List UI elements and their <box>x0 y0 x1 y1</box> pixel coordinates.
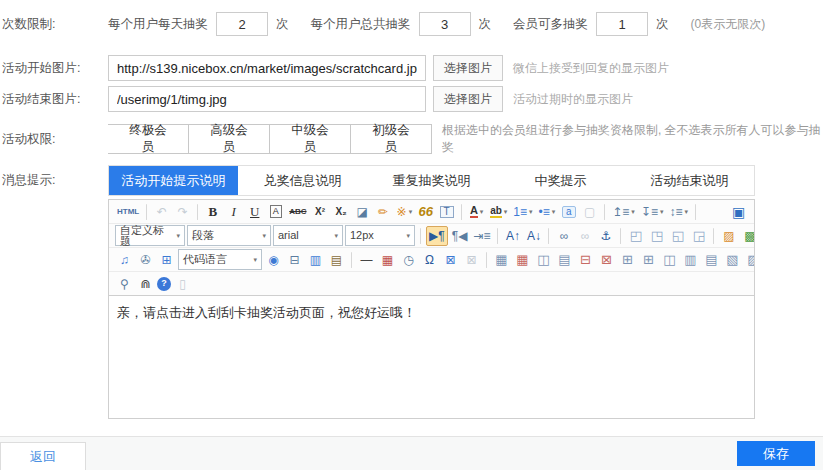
redo-icon[interactable]: ↷ <box>173 202 192 222</box>
member-option-senior[interactable]: 高级会员 <box>189 124 270 154</box>
image-align-center-icon[interactable]: ◱ <box>668 226 687 246</box>
insert-table-icon[interactable]: ▦ <box>492 250 511 270</box>
paragraph-format-select[interactable]: 段落 ▾ <box>187 225 271 246</box>
unordered-list-icon[interactable]: •≡ ▾ <box>537 202 558 222</box>
icon-glyph: ↧≡ <box>641 206 658 218</box>
ltr-direction-icon[interactable]: ▶¶ <box>426 226 448 246</box>
format-brush-icon[interactable]: ✏ <box>374 202 393 222</box>
pagebreak-icon[interactable]: ⊟ <box>285 250 304 270</box>
tab-redeem-info[interactable]: 兑奖信息说明 <box>238 166 367 195</box>
member-extra-draw-input[interactable] <box>596 12 648 36</box>
link-icon[interactable]: ∞ <box>554 226 573 246</box>
back-button[interactable]: 返回 <box>0 442 86 470</box>
preview-icon[interactable]: ⚲ <box>115 274 134 294</box>
editor-content[interactable]: 亲，请点击进入刮刮卡抽奖活动页面，祝您好运哦！ <box>109 296 754 418</box>
permission-label: 活动权限: <box>2 131 108 148</box>
insert-date-icon[interactable]: ▦ <box>378 250 397 270</box>
line-height-icon[interactable]: ↕≡ ▾ <box>667 202 690 222</box>
bold-icon[interactable]: B <box>203 202 222 222</box>
dropdown-caret-icon: ▾ <box>262 232 266 240</box>
underline-icon[interactable]: U <box>245 202 264 222</box>
paste-icon[interactable]: ▯ <box>173 274 192 294</box>
table-title-icon[interactable]: ▤ <box>555 250 574 270</box>
separator <box>197 204 198 220</box>
attachment-icon[interactable]: ✇ <box>136 250 155 270</box>
undo-icon[interactable]: ↶ <box>152 202 171 222</box>
horizontal-rule-icon[interactable]: — <box>357 250 376 270</box>
auto-typeset-icon[interactable]: ※ ▾ <box>395 202 415 222</box>
member-option-middle[interactable]: 中级会员 <box>270 124 351 154</box>
merge-down-icon[interactable]: ▤ <box>702 250 721 270</box>
insert-music-icon[interactable]: ♫ <box>115 250 134 270</box>
background-icon[interactable]: ▤ <box>327 250 346 270</box>
separator <box>420 228 421 244</box>
special-char-icon[interactable]: Ω <box>420 250 439 270</box>
split-col-icon[interactable]: ▨ <box>744 250 754 270</box>
split-row-icon[interactable]: ▧ <box>723 250 742 270</box>
tab-repeat-draw[interactable]: 重复抽奖说明 <box>367 166 496 195</box>
code-language-select[interactable]: 代码语言 ▾ <box>178 249 262 270</box>
image-align-none-icon[interactable]: ◲ <box>689 226 708 246</box>
font-size-down-icon[interactable]: A↓ <box>524 226 543 246</box>
font-size-select[interactable]: 12px ▾ <box>345 225 415 246</box>
table-caption-icon[interactable]: ◫ <box>534 250 553 270</box>
eraser-icon[interactable]: ◪ <box>353 202 372 222</box>
multi-image-upload-icon[interactable]: ▩ <box>740 226 754 246</box>
search-replace-icon[interactable]: ⋒ <box>136 274 155 294</box>
total-draw-limit-input[interactable] <box>419 12 471 36</box>
merge-cells-icon[interactable]: ◫ <box>660 250 679 270</box>
icon-glyph: ? <box>161 279 167 288</box>
tab-activity-start-tip[interactable]: 活动开始提示说明 <box>109 166 238 195</box>
clear-doc-icon[interactable]: ▢ <box>580 202 599 222</box>
member-option-ultimate[interactable]: 终极会员 <box>108 124 189 154</box>
html-source-icon[interactable]: HTML <box>115 202 141 222</box>
insert-col-icon[interactable]: ⊞ <box>639 250 658 270</box>
limit-item: 每个用户总共抽奖 次 <box>311 12 492 36</box>
image-align-left-icon[interactable]: ◰ <box>626 226 645 246</box>
choose-start-image-button[interactable]: 选择图片 <box>433 55 503 81</box>
char-border-icon[interactable]: A <box>266 202 285 222</box>
paragraph-spacing-top-icon[interactable]: ↥≡ ▾ <box>610 202 637 222</box>
delete-col-icon[interactable]: ⊠ <box>597 250 616 270</box>
paste-text-icon[interactable]: T <box>437 202 456 222</box>
ordered-list-icon[interactable]: 1≡ ▾ <box>511 202 534 222</box>
strikethrough-icon[interactable]: ABC <box>287 202 308 222</box>
anchor-icon[interactable]: ⚓ <box>596 226 615 246</box>
rtl-direction-icon[interactable]: ¶◀ <box>450 226 470 246</box>
tab-win-tip[interactable]: 中奖提示 <box>496 166 625 195</box>
custom-title-select[interactable]: 自定义标题 ▾ <box>115 225 185 246</box>
daily-draw-limit-input[interactable] <box>216 12 268 36</box>
insert-row-icon[interactable]: ⊞ <box>618 250 637 270</box>
delete-row-icon[interactable]: ⊟ <box>576 250 595 270</box>
merge-right-icon[interactable]: ▥ <box>681 250 700 270</box>
insert-image-icon[interactable]: ▨ <box>719 226 738 246</box>
start-image-url-input[interactable] <box>108 55 426 81</box>
choose-end-image-button[interactable]: 选择图片 <box>433 86 503 112</box>
paragraph-spacing-bottom-icon[interactable]: ↧≡ ▾ <box>639 202 666 222</box>
insert-time-icon[interactable]: ◷ <box>399 250 418 270</box>
tab-activity-end[interactable]: 活动结束说明 <box>625 166 754 195</box>
help-icon[interactable]: ? <box>157 277 171 291</box>
indent-icon[interactable]: ⇥≡ <box>471 226 492 246</box>
subscript-icon[interactable]: X₂ <box>332 202 351 222</box>
template-icon[interactable]: ▥ <box>306 250 325 270</box>
font-size-up-icon[interactable]: A↑ <box>503 226 522 246</box>
end-image-url-input[interactable] <box>108 86 426 112</box>
map-icon[interactable]: ⊠ <box>441 250 460 270</box>
highlight-color-icon[interactable]: ab ▾ <box>488 202 509 222</box>
font-color-icon[interactable]: A ▾ <box>467 202 486 222</box>
italic-icon[interactable]: I <box>224 202 243 222</box>
unlink-icon[interactable]: ∞ <box>575 226 594 246</box>
superscript-icon[interactable]: X² <box>311 202 330 222</box>
google-map-icon[interactable]: ⊠ <box>462 250 481 270</box>
font-family-select[interactable]: arial ▾ <box>273 225 343 246</box>
insert-iframe-icon[interactable]: ⊞ <box>157 250 176 270</box>
select-all-icon[interactable]: a <box>559 202 578 222</box>
snapscreen-icon[interactable]: ◉ <box>264 250 283 270</box>
image-align-right-icon[interactable]: ◳ <box>647 226 666 246</box>
delete-table-icon[interactable]: ▦ <box>513 250 532 270</box>
member-option-junior[interactable]: 初级会员 <box>351 124 432 154</box>
save-button[interactable]: 保存 <box>737 441 815 466</box>
fullscreen-icon[interactable]: ▣ <box>729 202 748 222</box>
blockquote-icon[interactable]: 66 <box>416 202 435 222</box>
